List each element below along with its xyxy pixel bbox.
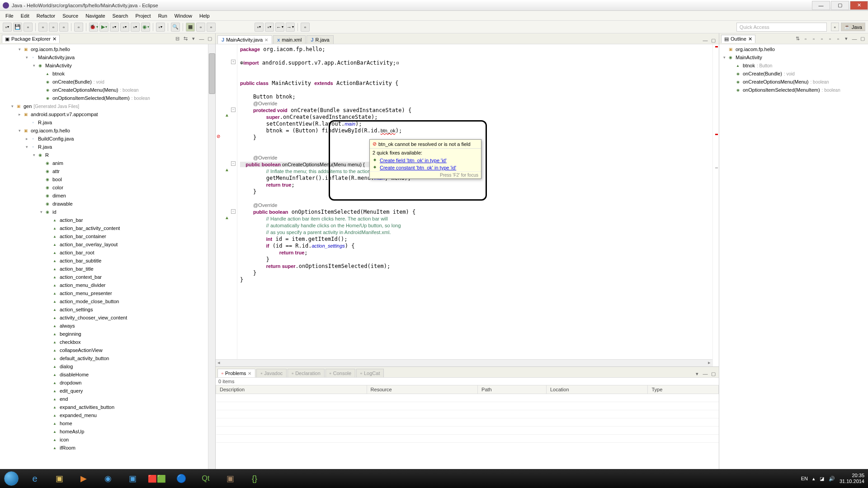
fold-icon[interactable]: −: [231, 209, 236, 214]
taskbar-app[interactable]: 🟥🟩: [145, 470, 169, 487]
editor-tab[interactable]: xmain.xml: [273, 35, 306, 44]
tree-item[interactable]: onCreate(Bundle): void: [0, 78, 215, 86]
tree-item[interactable]: ▾R: [0, 151, 215, 159]
tree-item[interactable]: dropdown: [0, 379, 215, 387]
tree-item[interactable]: edit_query: [0, 387, 215, 395]
taskbar-app[interactable]: ◉: [96, 470, 120, 487]
tree-item[interactable]: collapseActionView: [0, 346, 215, 354]
fold-icon[interactable]: −: [231, 108, 236, 112]
tool-button[interactable]: ▫: [49, 23, 58, 32]
tree-item[interactable]: action_bar: [0, 216, 215, 224]
outline-tree[interactable]: org.iacom.fp.hello▾MainActivitybtnok: Bu…: [719, 44, 868, 477]
editor-tab[interactable]: JMainActivity.java✕: [217, 35, 272, 44]
save-button[interactable]: 💾: [13, 23, 22, 32]
tree-item[interactable]: action_bar_overlay_layout: [0, 240, 215, 249]
menu-run[interactable]: Run: [155, 12, 171, 19]
taskbar-media[interactable]: ▶: [72, 470, 95, 487]
back-button[interactable]: ←: [275, 23, 284, 32]
menu-navigate[interactable]: Navigate: [82, 12, 108, 19]
quickfix-create-constant[interactable]: Create constant 'btn_ok' in type 'id': [370, 164, 481, 171]
hscrollbar[interactable]: ◂ ▸: [216, 359, 712, 366]
tray-icon[interactable]: 🔊: [829, 476, 835, 482]
col-type[interactable]: Type: [648, 385, 719, 394]
tree-item[interactable]: activity_chooser_view_content: [0, 314, 215, 322]
maximize-button[interactable]: ▢: [831, 1, 849, 10]
menu-refactor[interactable]: Refactor: [33, 12, 59, 19]
link-editor-icon[interactable]: ⇆: [182, 35, 189, 42]
tray-clock[interactable]: 20:3531.10.2014: [840, 473, 864, 484]
filter-icon[interactable]: ▫: [826, 35, 834, 42]
run-button[interactable]: ▶: [99, 23, 108, 32]
search-button[interactable]: 🔍: [171, 23, 180, 32]
new-class-button[interactable]: ◉: [141, 23, 150, 32]
tree-item[interactable]: action_bar_root: [0, 249, 215, 257]
tool-button[interactable]: ▫: [255, 23, 264, 32]
fold-icon[interactable]: +: [231, 60, 236, 64]
tree-item[interactable]: ▸android.support.v7.appcompat: [0, 110, 215, 118]
maximize-icon[interactable]: ▢: [206, 35, 213, 42]
tree-item[interactable]: org.iacom.fp.hello: [719, 45, 868, 53]
tool-button[interactable]: ▫: [301, 23, 310, 32]
close-view-icon[interactable]: ✕: [748, 36, 752, 42]
tree-item[interactable]: dimen: [0, 192, 215, 200]
tree-item[interactable]: action_bar_container: [0, 232, 215, 240]
tree-item[interactable]: ▸BuildConfig.java: [0, 135, 215, 143]
overview-ruler[interactable]: [712, 44, 719, 366]
tree-item[interactable]: expanded_menu: [0, 411, 215, 419]
bottom-tab-declaration[interactable]: ▫Declaration: [288, 369, 325, 377]
minimize-button[interactable]: —: [812, 1, 830, 10]
tree-item[interactable]: ▾MainActivity.java: [0, 53, 215, 61]
editor-gutter[interactable]: + − ⊘ − ▲ ▲ − ▲: [216, 44, 237, 366]
tree-item[interactable]: drawable: [0, 200, 215, 208]
taskbar-app[interactable]: ▣: [121, 470, 144, 487]
forward-button[interactable]: →: [286, 23, 295, 32]
bottom-tab-javadoc[interactable]: ▫Javadoc: [256, 369, 287, 377]
maximize-icon[interactable]: ▢: [859, 35, 866, 42]
minimize-icon[interactable]: —: [851, 35, 858, 42]
tree-item[interactable]: action_menu_divider: [0, 281, 215, 289]
tray-icon[interactable]: ◪: [820, 476, 824, 482]
tree-item[interactable]: anim: [0, 159, 215, 167]
tool-button[interactable]: ▫: [196, 23, 205, 32]
fold-icon[interactable]: −: [231, 161, 236, 166]
tool-button[interactable]: ▫: [156, 23, 165, 32]
tree-item[interactable]: dialog: [0, 362, 215, 371]
sort-icon[interactable]: ⇅: [794, 35, 801, 42]
tree-item[interactable]: always: [0, 322, 215, 330]
tree-item[interactable]: default_activity_button: [0, 354, 215, 362]
menu-search[interactable]: Search: [109, 12, 132, 19]
col-path[interactable]: Path: [478, 385, 547, 394]
problems-table[interactable]: DescriptionResourcePathLocationType: [216, 385, 719, 477]
taskbar-chrome[interactable]: 🔵: [170, 470, 193, 487]
tree-item[interactable]: bool: [0, 175, 215, 183]
tree-item[interactable]: btnok: [0, 70, 215, 78]
tree-item[interactable]: R.java: [0, 118, 215, 127]
debug-button[interactable]: 🐞: [89, 23, 98, 32]
new-button[interactable]: ▫: [3, 23, 12, 32]
code-area[interactable]: package org.iacom.fp.hello; ⊕import andr…: [237, 44, 712, 366]
minimize-icon[interactable]: —: [702, 370, 709, 377]
menu-source[interactable]: Source: [59, 12, 82, 19]
tree-item[interactable]: onOptionsItemSelected(MenuItem): boolean: [0, 94, 215, 102]
quick-access[interactable]: Quick Access: [736, 23, 827, 32]
tree-item[interactable]: ▾MainActivity: [719, 53, 868, 61]
editor-tab[interactable]: JR.java: [307, 35, 333, 44]
taskbar-explorer[interactable]: ▣: [47, 470, 71, 487]
menu-window[interactable]: Window: [171, 12, 196, 19]
tree-item[interactable]: action_bar_title: [0, 265, 215, 273]
collapse-all-icon[interactable]: ⊟: [174, 35, 181, 42]
tree-item[interactable]: onOptionsItemSelected(MenuItem): boolean: [719, 86, 868, 94]
tree-item[interactable]: onCreateOptionsMenu(Menu): boolean: [0, 86, 215, 94]
open-perspective-button[interactable]: ▫: [831, 23, 839, 31]
toggle-button[interactable]: ▦: [186, 23, 195, 32]
tree-item[interactable]: ▾org.iacom.fp.hello: [0, 127, 215, 135]
maximize-icon[interactable]: ▢: [710, 370, 717, 377]
bottom-tab-problems[interactable]: ▫Problems✕: [217, 369, 255, 377]
tool-button[interactable]: ▫: [38, 23, 47, 32]
filter-icon[interactable]: ▫: [802, 35, 809, 42]
bottom-tab-console[interactable]: ▫Console: [326, 369, 355, 377]
taskbar-qt[interactable]: Qt: [194, 470, 217, 487]
filter-icon[interactable]: ▫: [818, 35, 826, 42]
tree-item[interactable]: ▾gen[Generated Java Files]: [0, 102, 215, 110]
save-all-button[interactable]: ▫: [24, 23, 33, 32]
